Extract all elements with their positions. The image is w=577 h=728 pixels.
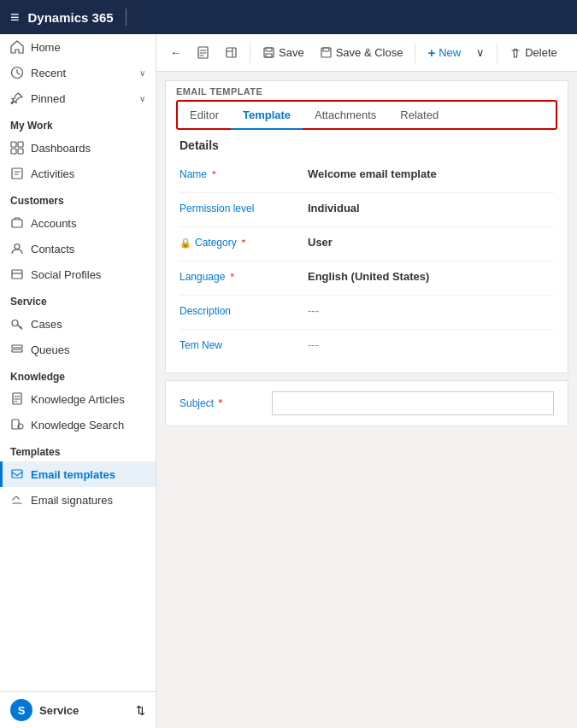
field-description: Description --- [180, 296, 554, 330]
toolbar-sep-3 [497, 43, 498, 63]
key-icon [10, 317, 24, 331]
sidebar-item-contacts[interactable]: Contacts [0, 236, 156, 261]
svg-rect-1 [11, 142, 16, 147]
hamburger-icon[interactable]: ≡ [10, 9, 20, 26]
sidebar-item-recent[interactable]: Recent ∨ [0, 60, 156, 85]
tab-attachments[interactable]: Attachments [303, 102, 388, 130]
back-icon: ← [170, 46, 181, 59]
field-name-value: Welcome email template [308, 167, 554, 180]
svg-rect-15 [12, 470, 22, 478]
sidebar-item-home[interactable]: Home [0, 34, 156, 60]
tab-editor[interactable]: Editor [178, 102, 231, 130]
content-area: ← Save [156, 34, 577, 728]
toolbar-sep-1 [250, 43, 250, 63]
sidebar-item-activities[interactable]: Activities [0, 161, 156, 186]
svg-rect-8 [12, 270, 22, 279]
field-permission-label: Permission level [180, 202, 308, 214]
field-category-label: 🔒 Category * [180, 236, 308, 249]
signature-icon [10, 493, 24, 507]
field-language-value: English (United States) [308, 270, 554, 283]
back-button[interactable]: ← [163, 42, 188, 63]
delete-button[interactable]: Delete [503, 42, 564, 63]
sidebar: Home Recent ∨ Pinned ∨ My Work Dashboard… [0, 34, 156, 728]
sidebar-item-cases[interactable]: Cases [0, 311, 156, 337]
sidebar-item-email-templates[interactable]: Email templates [0, 461, 156, 487]
svg-point-9 [12, 320, 18, 326]
sidebar-item-accounts[interactable]: Accounts [0, 210, 156, 236]
toolbar-sep-2 [415, 43, 415, 63]
sidebar-item-dashboards[interactable]: Dashboards [0, 135, 156, 161]
field-language: Language * English (United States) [180, 261, 554, 296]
subject-section: Subject * [165, 380, 568, 426]
sidebar-bottom[interactable]: S Service ⇅ [0, 691, 156, 728]
save-button[interactable]: Save [256, 42, 311, 63]
svg-point-7 [15, 244, 20, 250]
language-required-star: * [230, 272, 233, 282]
tab-related[interactable]: Related [388, 102, 450, 130]
save-close-button[interactable]: Save & Close [313, 42, 410, 63]
field-category-value: User [308, 236, 554, 249]
sidebar-item-queues[interactable]: Queues [0, 337, 156, 362]
subject-label: Subject * [180, 397, 265, 409]
svg-rect-3 [11, 149, 16, 154]
dropdown-button[interactable]: ∨ [469, 42, 492, 63]
field-category: 🔒 Category * User [180, 227, 554, 261]
window-button[interactable] [218, 42, 244, 63]
section-knowledge: Knowledge [0, 362, 156, 386]
new-button[interactable]: + New [421, 41, 468, 64]
lock-icon: 🔒 [180, 238, 191, 249]
tab-template[interactable]: Template [231, 102, 303, 130]
field-tem-new: Tem New --- [180, 330, 554, 364]
category-required-star: * [242, 238, 245, 248]
sidebar-cases-label: Cases [31, 318, 62, 331]
sidebar-item-email-signatures[interactable]: Email signatures [0, 487, 156, 513]
sidebar-email-signatures-label: Email signatures [31, 494, 113, 507]
svg-rect-10 [12, 345, 22, 348]
chevron-up-down-icon: ⇅ [136, 704, 145, 717]
sidebar-item-knowledge-search[interactable]: Knowledge Search [0, 412, 156, 437]
sidebar-queues-label: Queues [31, 343, 70, 356]
svg-rect-5 [12, 168, 22, 179]
pinned-expand-icon[interactable]: ∨ [139, 94, 145, 103]
field-name: Name * Welcome email template [180, 159, 554, 193]
pin-icon [10, 91, 24, 105]
sidebar-social-profiles-label: Social Profiles [31, 268, 101, 281]
sidebar-bottom-label: Service [39, 704, 79, 717]
field-description-value: --- [308, 304, 554, 317]
field-description-label: Description [180, 304, 308, 317]
sidebar-knowledge-articles-label: Knowledge Articles [31, 393, 125, 406]
search-book-icon [10, 418, 24, 432]
sidebar-item-pinned[interactable]: Pinned ∨ [0, 85, 156, 111]
dropdown-icon: ∨ [476, 46, 485, 59]
delete-icon [509, 47, 521, 59]
sidebar-accounts-label: Accounts [31, 217, 76, 230]
svg-rect-4 [18, 149, 23, 154]
svg-rect-11 [12, 349, 22, 352]
section-service: Service [0, 287, 156, 311]
field-language-label: Language * [180, 270, 308, 283]
save-close-icon [320, 46, 333, 59]
save-close-label: Save & Close [336, 46, 403, 59]
home-icon [10, 40, 24, 54]
record-button[interactable] [190, 42, 216, 63]
subject-required-star: * [218, 397, 222, 409]
dashboards-icon [10, 141, 24, 155]
sidebar-knowledge-search-label: Knowledge Search [31, 419, 124, 432]
page-content: Email Template Editor Template Attachmen… [156, 72, 577, 728]
delete-label: Delete [525, 46, 557, 59]
recent-expand-icon[interactable]: ∨ [139, 68, 145, 78]
sidebar-contacts-label: Contacts [31, 243, 74, 255]
name-required-star: * [212, 169, 215, 179]
field-permission-value: Individual [308, 202, 554, 214]
app-title: Dynamics 365 [28, 10, 114, 25]
email-template-icon [10, 467, 24, 481]
field-tem-new-value: --- [308, 338, 554, 351]
queues-icon [10, 343, 24, 356]
subject-input[interactable] [272, 391, 554, 415]
subject-row: Subject * [180, 391, 554, 415]
sidebar-item-social-profiles[interactable]: Social Profiles [0, 261, 156, 287]
sidebar-recent-label: Recent [31, 67, 66, 79]
sidebar-item-knowledge-articles[interactable]: Knowledge Articles [0, 386, 156, 412]
sidebar-activities-label: Activities [31, 167, 74, 180]
activities-icon [10, 167, 24, 180]
